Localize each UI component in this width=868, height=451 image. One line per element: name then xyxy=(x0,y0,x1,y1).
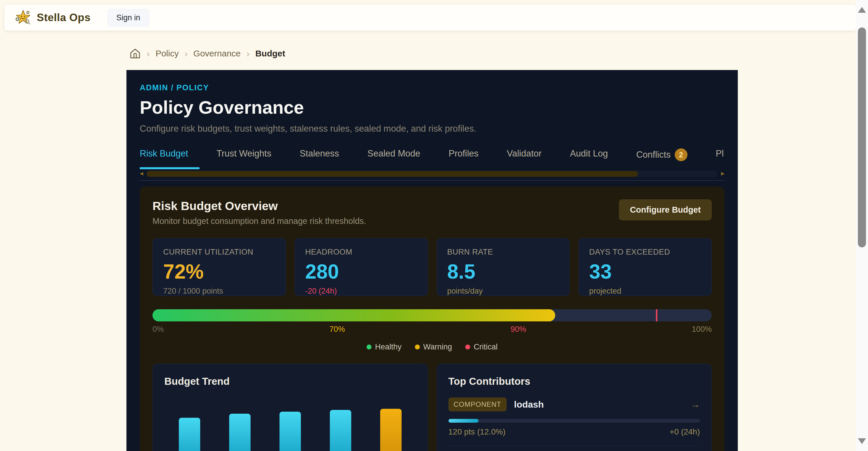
chart-bar xyxy=(179,418,200,451)
contributor-type-badge: COMPONENT xyxy=(448,397,507,411)
tab-label: Audit Log xyxy=(570,149,608,159)
page-scrollbar[interactable] xyxy=(856,0,868,451)
chart-bar xyxy=(229,414,251,451)
stat-value: 33 xyxy=(589,260,701,283)
legend-item: Warning xyxy=(415,343,452,352)
stat-label: CURRENT UTILIZATION xyxy=(163,248,275,257)
stat-label: HEADROOM xyxy=(305,248,417,257)
breadcrumb-current: Budget xyxy=(255,49,285,58)
scroll-left-icon[interactable]: ◂ xyxy=(140,169,143,177)
breadcrumb-separator-icon: › xyxy=(185,48,188,59)
tab-label: Risk Budget xyxy=(140,149,188,159)
home-icon[interactable] xyxy=(129,48,141,59)
legend-item: Healthy xyxy=(367,343,402,352)
overview-title: Risk Budget Overview xyxy=(153,199,366,213)
breadcrumb-link[interactable]: Policy xyxy=(156,49,179,58)
chart-bar-slot: 12/29 xyxy=(380,409,402,451)
chart-bar xyxy=(330,410,351,451)
stella-ops-logo-icon xyxy=(15,9,32,26)
contributor-delta: +0 (24h) xyxy=(670,427,700,437)
overview-subtitle: Monitor budget consumption and manage ri… xyxy=(153,216,366,226)
risk-budget-overview-card: Risk Budget Overview Monitor budget cons… xyxy=(140,187,724,451)
configure-budget-button[interactable]: Configure Budget xyxy=(619,199,712,220)
tab-label: Staleness xyxy=(300,149,339,159)
contributor-row[interactable]: COMPONENTlodash→120 pts (12.0%)+0 (24h) xyxy=(448,397,700,437)
chart-bar-slot: 12/8 xyxy=(229,414,251,451)
breadcrumb: ›Policy›Governance› Budget xyxy=(129,48,285,59)
trend-arrow-icon[interactable]: → xyxy=(691,399,700,410)
tab-scrollbar-thumb[interactable] xyxy=(147,171,638,177)
tab-label: Trust Weights xyxy=(216,149,271,159)
stat-label: BURN RATE xyxy=(447,248,559,257)
tab-label: Pl xyxy=(716,149,724,159)
stat-card: DAYS TO EXCEEDED33projected xyxy=(578,238,712,296)
legend-item: Critical xyxy=(465,343,498,352)
contributors-list: COMPONENTlodash→120 pts (12.0%)+0 (24h)V… xyxy=(448,397,700,451)
threshold-label: 0% xyxy=(153,325,164,334)
progress-fill xyxy=(153,309,555,321)
status-legend: HealthyWarningCritical xyxy=(153,343,712,352)
critical-threshold-marker xyxy=(656,309,657,321)
tab-profiles[interactable]: Profiles xyxy=(448,149,478,169)
stat-sub: -20 (24h) xyxy=(305,287,417,296)
app-title: Stella Ops xyxy=(37,11,91,24)
budget-trend-chart: 12/112/812/1512/2212/29 xyxy=(164,400,416,451)
tab-audit-log[interactable]: Audit Log xyxy=(570,149,608,169)
tab-sealed-mode[interactable]: Sealed Mode xyxy=(368,149,421,169)
legend-dot-icon xyxy=(465,345,470,350)
breadcrumb-separator-icon: › xyxy=(247,48,250,59)
tab-trust-weights[interactable]: Trust Weights xyxy=(216,149,271,169)
tab-label: Validator xyxy=(507,149,541,159)
tab-label: Sealed Mode xyxy=(368,149,421,159)
breadcrumb-separator-icon: › xyxy=(147,48,150,59)
stat-sub: 720 / 1000 points xyxy=(163,287,275,296)
tab-label: Profiles xyxy=(448,149,478,159)
chart-bar-slot: 12/22 xyxy=(330,410,351,451)
tab-staleness[interactable]: Staleness xyxy=(300,149,339,169)
stat-sub: points/day xyxy=(447,287,559,296)
budget-utilization-bar: 0%70%90%100% HealthyWarningCritical xyxy=(153,309,712,352)
legend-label: Healthy xyxy=(375,343,402,352)
top-contributors-card: Top Contributors COMPONENTlodash→120 pts… xyxy=(437,364,712,451)
contributor-stats: 120 pts (12.0%)+0 (24h) xyxy=(448,427,700,437)
progress-track xyxy=(153,309,712,321)
threshold-labels: 0%70%90%100% xyxy=(153,325,712,334)
stat-label: DAYS TO EXCEEDED xyxy=(589,248,701,257)
chart-bar xyxy=(380,409,402,451)
top-contributors-title: Top Contributors xyxy=(448,376,700,387)
stat-card: HEADROOM280-20 (24h) xyxy=(294,238,428,296)
contributor-bar-fill xyxy=(448,419,478,423)
tab-scrollbar[interactable]: ◂ ▸ xyxy=(140,170,724,177)
stat-value: 72% xyxy=(163,260,275,283)
threshold-label: 90% xyxy=(511,325,526,334)
tab-conflicts[interactable]: Conflicts2 xyxy=(636,149,687,170)
stat-sub: projected xyxy=(589,287,701,296)
tab-label: Conflicts xyxy=(636,150,671,160)
legend-dot-icon xyxy=(367,345,372,350)
tab-pl[interactable]: Pl xyxy=(716,149,724,169)
budget-trend-title: Budget Trend xyxy=(164,376,416,387)
chart-bar-slot: 12/1 xyxy=(179,418,200,451)
sign-in-button[interactable]: Sign in xyxy=(107,9,149,27)
legend-label: Critical xyxy=(474,343,498,352)
page-subtitle: Configure risk budgets, trust weights, s… xyxy=(140,124,724,134)
scroll-right-icon[interactable]: ▸ xyxy=(721,169,724,177)
stat-value: 280 xyxy=(305,260,417,283)
stat-value: 8.5 xyxy=(447,260,559,283)
policy-governance-panel: ADMIN / POLICY Policy Governance Configu… xyxy=(126,70,738,451)
scrollbar-up-icon[interactable] xyxy=(858,7,866,13)
legend-dot-icon xyxy=(415,345,420,350)
stat-card: BURN RATE8.5points/day xyxy=(437,238,570,296)
stat-cards: CURRENT UTILIZATION72%720 / 1000 pointsH… xyxy=(153,238,712,296)
tab-divider xyxy=(140,180,724,181)
chart-bar-slot: 12/15 xyxy=(279,412,301,451)
tab-risk-budget[interactable]: Risk Budget xyxy=(140,149,188,169)
scrollbar-thumb[interactable] xyxy=(858,28,866,247)
conflicts-count-badge: 2 xyxy=(675,149,687,161)
chart-bar xyxy=(279,412,301,451)
contributor-points: 120 pts (12.0%) xyxy=(448,427,506,437)
tab-validator[interactable]: Validator xyxy=(507,149,541,169)
breadcrumb-link[interactable]: Governance xyxy=(193,49,241,58)
threshold-label: 100% xyxy=(692,325,712,334)
scrollbar-down-icon[interactable] xyxy=(858,438,866,444)
